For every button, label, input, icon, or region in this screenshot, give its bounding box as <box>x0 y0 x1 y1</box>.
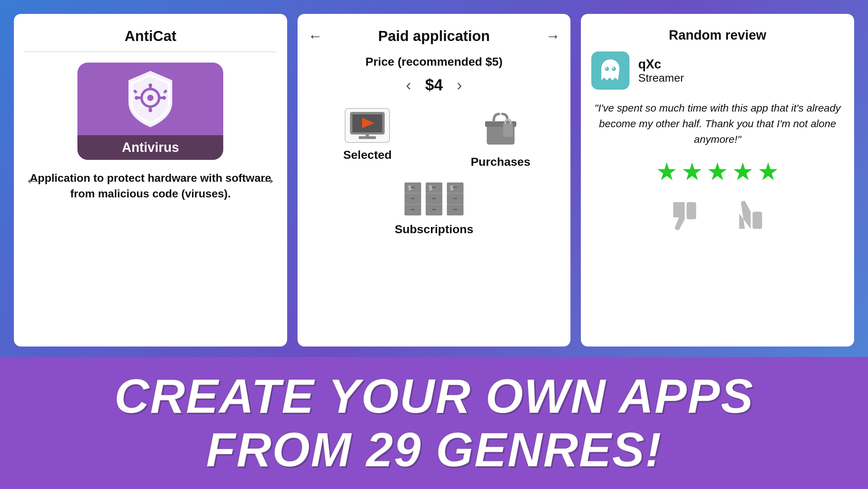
card2-title: Paid application <box>378 28 490 44</box>
svg-point-46 <box>606 67 607 69</box>
card1-description: Application to protect hardware with sof… <box>24 170 277 202</box>
card1-nav-left[interactable]: ← <box>24 170 42 190</box>
svg-point-7 <box>147 95 153 101</box>
card2-header: ← Paid application → <box>308 28 560 44</box>
svg-rect-26 <box>411 209 415 210</box>
svg-rect-40 <box>453 187 457 188</box>
thumbs-up-icon[interactable] <box>732 196 770 235</box>
star-1: ★ <box>656 157 678 186</box>
reviewer-info: qXc Streamer <box>638 57 684 84</box>
review-header: Random review <box>669 28 766 43</box>
svg-rect-42 <box>453 209 457 210</box>
reviewer-avatar <box>591 51 629 90</box>
reviewer-name: qXc <box>638 57 684 72</box>
svg-point-44 <box>605 67 609 71</box>
card2-nav-right[interactable]: → <box>545 28 560 44</box>
subscriptions-icon: $ $ <box>403 179 465 217</box>
svg-text:$: $ <box>429 185 432 191</box>
price-decrease[interactable]: ‹ <box>406 75 411 94</box>
star-4: ★ <box>732 157 754 186</box>
svg-point-45 <box>612 67 616 71</box>
svg-line-6 <box>164 90 167 92</box>
svg-point-47 <box>612 67 614 69</box>
svg-point-9 <box>162 96 166 100</box>
bottom-banner: CREATE YOUR OWN APPS FROM 29 GENRES! <box>0 357 868 489</box>
review-text: "I've spent so much time with this app t… <box>591 100 844 147</box>
random-review-card: Random review qXc Streamer "I've spent s… <box>581 14 854 347</box>
thumbs-down-icon[interactable] <box>666 196 704 235</box>
card1-divider <box>24 51 277 52</box>
star-2: ★ <box>681 157 703 186</box>
option-purchases[interactable]: Purchases <box>441 108 560 169</box>
purchases-icon <box>480 108 521 150</box>
option-subscriptions[interactable]: $ $ <box>395 179 474 236</box>
subscriptions-label: Subscriptions <box>395 222 474 236</box>
reviewer-role: Streamer <box>638 72 684 84</box>
banner-text: CREATE YOUR OWN APPS FROM 29 GENRES! <box>114 369 754 476</box>
svg-rect-41 <box>453 198 457 199</box>
option-selected[interactable]: Selected <box>308 108 427 169</box>
svg-rect-19 <box>503 123 513 137</box>
price-increase[interactable]: › <box>457 75 462 94</box>
card1-title: AntiCat <box>125 28 176 44</box>
banner-line2: FROM 29 GENRES! <box>114 423 754 476</box>
price-label: Price (recommended $5) <box>366 55 503 68</box>
svg-rect-48 <box>686 202 696 220</box>
ghost-icon <box>596 57 624 84</box>
svg-rect-49 <box>752 212 762 229</box>
anticat-card: ← → AntiCat <box>14 14 287 347</box>
bag-icon <box>482 110 520 148</box>
card2-nav-left[interactable]: ← <box>308 28 323 44</box>
shield-icon <box>119 68 182 130</box>
purchases-label: Purchases <box>471 155 531 169</box>
svg-point-8 <box>135 96 139 100</box>
banner-line1: CREATE YOUR OWN APPS <box>114 369 754 423</box>
stars-row: ★ ★ ★ ★ ★ <box>656 157 779 186</box>
star-5: ★ <box>757 157 779 186</box>
app-icon-wrapper: Antivirus <box>77 63 223 160</box>
svg-rect-25 <box>411 198 415 199</box>
svg-point-11 <box>149 108 152 112</box>
svg-point-10 <box>149 83 152 87</box>
thumbs-row <box>666 196 770 235</box>
reviewer-row: qXc Streamer <box>591 51 844 90</box>
options-grid: Selected <box>308 108 560 236</box>
selected-icon <box>345 108 390 143</box>
price-row: ‹ $4 › <box>406 75 462 94</box>
star-3: ★ <box>707 157 728 186</box>
selected-label: Selected <box>343 148 392 162</box>
svg-rect-33 <box>432 198 436 199</box>
svg-rect-16 <box>366 135 369 137</box>
svg-line-5 <box>134 90 137 92</box>
price-value: $4 <box>425 75 443 94</box>
svg-text:$: $ <box>450 185 453 191</box>
sub-icon: $ $ <box>403 179 465 217</box>
app-type-label: Antivirus <box>77 135 223 160</box>
app-icon-inner <box>77 63 223 135</box>
paid-app-card: ← Paid application → Price (recommended … <box>298 14 571 347</box>
svg-text:$: $ <box>408 185 411 191</box>
svg-rect-32 <box>432 187 436 188</box>
svg-rect-34 <box>432 209 436 210</box>
card1-nav-right[interactable]: → <box>259 170 277 190</box>
tv-icon <box>348 110 386 141</box>
